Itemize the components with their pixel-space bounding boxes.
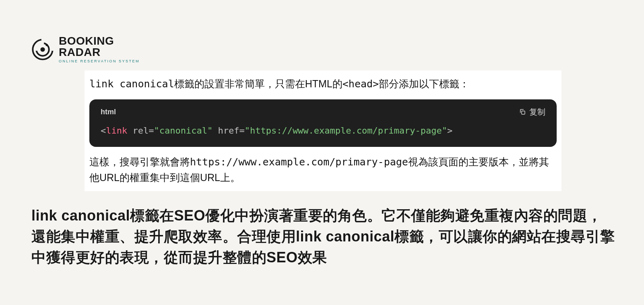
- logo-icon: [31, 38, 54, 61]
- svg-point-3: [45, 44, 48, 46]
- outro-prefix: 這樣，搜尋引擎就會將: [89, 156, 190, 167]
- copy-button[interactable]: 复制: [519, 107, 545, 117]
- intro-code-term: link canonical: [89, 78, 174, 90]
- code-block: html 复制 <link rel="canonical" href="http…: [89, 99, 557, 147]
- logo-text-line1: BOOKING: [59, 35, 140, 47]
- copy-icon: [519, 108, 526, 115]
- svg-point-2: [40, 47, 45, 52]
- intro-paragraph: link canonical標籤的設置非常簡單，只需在HTML的<head>部分…: [89, 76, 557, 92]
- logo: BOOKING RADAR ONLINE RESERVATION SYSTEM: [31, 35, 140, 63]
- intro-text-suffix: 部分添加以下標籤：: [379, 78, 469, 89]
- svg-rect-4: [522, 111, 525, 114]
- logo-text-line2: RADAR: [59, 47, 140, 58]
- copy-label: 复制: [529, 107, 545, 117]
- intro-text-mid: 標籤的設置非常簡單，只需在HTML的: [174, 78, 343, 89]
- intro-head-tag: <head>: [343, 78, 379, 90]
- outro-url: https://www.example.com/primary-page: [190, 156, 408, 168]
- code-header: html 复制: [89, 99, 557, 123]
- article-card: link canonical標籤的設置非常簡單，只需在HTML的<head>部分…: [85, 70, 561, 191]
- code-lang-label: html: [101, 108, 116, 116]
- summary-paragraph: link canonical標籤在SEO優化中扮演著重要的角色。它不僅能夠避免重…: [31, 205, 615, 268]
- logo-tagline: ONLINE RESERVATION SYSTEM: [59, 60, 140, 63]
- outro-paragraph: 這樣，搜尋引擎就會將https://www.example.com/primar…: [89, 154, 557, 186]
- code-content: <link rel="canonical" href="https://www.…: [89, 123, 557, 147]
